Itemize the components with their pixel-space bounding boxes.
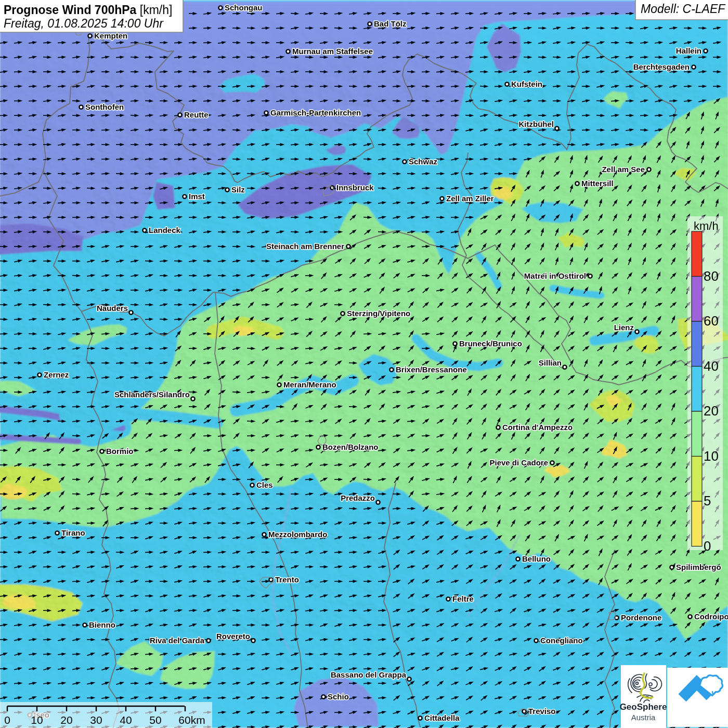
svg-text:Trento: Trento (275, 575, 299, 584)
svg-text:Cittadella: Cittadella (424, 713, 460, 722)
svg-text:Bassano del Grappa: Bassano del Grappa (331, 670, 407, 679)
svg-text:Sterzing/Vipiteno: Sterzing/Vipiteno (347, 309, 410, 318)
svg-text:Rovereto: Rovereto (216, 632, 250, 641)
svg-text:Murnau am Staffelsee: Murnau am Staffelsee (292, 47, 373, 56)
svg-text:Schongau: Schongau (225, 3, 263, 12)
svg-text:Cortina d'Ampezzo: Cortina d'Ampezzo (502, 423, 573, 432)
svg-text:Sillian: Sillian (539, 358, 562, 367)
svg-text:Prognose Wind 700hPa [km/h]: Prognose Wind 700hPa [km/h] (4, 3, 172, 17)
svg-text:Imst: Imst (189, 192, 205, 201)
svg-text:5: 5 (704, 493, 711, 509)
svg-text:Innsbruck: Innsbruck (336, 183, 374, 192)
svg-text:Kufstein: Kufstein (511, 80, 542, 88)
svg-text:Silz: Silz (231, 185, 245, 194)
svg-text:Bruneck/Brunico: Bruneck/Brunico (459, 339, 522, 348)
svg-text:Garmisch-Partenkirchen: Garmisch-Partenkirchen (270, 108, 361, 117)
svg-text:40: 40 (120, 714, 132, 726)
svg-text:Sonthofen: Sonthofen (85, 102, 124, 111)
svg-text:Schwaz: Schwaz (409, 157, 437, 166)
svg-text:0: 0 (4, 714, 10, 726)
svg-text:Reutte: Reutte (184, 110, 209, 119)
svg-text:10: 10 (704, 448, 719, 464)
svg-text:Feltre: Feltre (452, 594, 474, 603)
svg-text:40: 40 (704, 358, 719, 374)
svg-text:20: 20 (704, 403, 719, 419)
svg-text:Brixen/Bressanone: Brixen/Bressanone (396, 365, 467, 374)
svg-text:Cles: Cles (256, 480, 273, 489)
svg-text:Matrei in Osttirol: Matrei in Osttirol (524, 271, 586, 280)
svg-text:Freitag, 01.08.2025 14:00 Uhr: Freitag, 01.08.2025 14:00 Uhr (4, 17, 164, 30)
svg-text:GeoSphere: GeoSphere (620, 702, 667, 712)
svg-text:Bienno: Bienno (89, 620, 115, 629)
svg-text:Zell am See: Zell am See (602, 165, 645, 174)
svg-text:km/h: km/h (694, 219, 719, 232)
svg-text:0: 0 (704, 538, 711, 554)
svg-text:Schio: Schio (328, 692, 349, 701)
svg-text:30: 30 (90, 714, 102, 726)
svg-text:Belluno: Belluno (522, 554, 551, 563)
svg-text:Pordenone: Pordenone (621, 613, 661, 622)
svg-text:Austria: Austria (631, 713, 656, 722)
svg-text:Kitzbühel: Kitzbühel (519, 120, 554, 128)
svg-text:Mittersill: Mittersill (581, 179, 614, 188)
svg-text:60km: 60km (178, 714, 205, 726)
svg-text:Pieve di Cadore: Pieve di Cadore (489, 458, 548, 467)
svg-text:Schlanders/Silandro: Schlanders/Silandro (114, 390, 190, 399)
svg-text:Modell: C-LAEF: Modell: C-LAEF (641, 2, 726, 16)
svg-text:Lienz: Lienz (614, 323, 634, 332)
svg-text:Tirano: Tirano (61, 528, 85, 537)
svg-text:60: 60 (704, 313, 719, 329)
svg-text:Landeck: Landeck (149, 226, 181, 235)
svg-text:Bozen/Bolzano: Bozen/Bolzano (322, 443, 379, 451)
svg-text:Meran/Merano: Meran/Merano (283, 380, 336, 389)
svg-text:Predazzo: Predazzo (341, 493, 375, 502)
svg-text:20: 20 (60, 714, 72, 726)
svg-text:Mezzolombardo: Mezzolombardo (268, 530, 327, 539)
svg-text:Bad Tölz: Bad Tölz (374, 19, 407, 28)
svg-text:Bormio: Bormio (106, 447, 134, 456)
svg-text:Berchtesgaden: Berchtesgaden (633, 62, 690, 71)
svg-text:Zell am Ziller: Zell am Ziller (446, 194, 494, 203)
svg-text:80: 80 (704, 268, 719, 284)
svg-text:Spilimbergo: Spilimbergo (676, 563, 721, 571)
svg-text:Codroipo: Codroipo (694, 612, 728, 621)
svg-text:Hallein: Hallein (676, 46, 701, 55)
svg-text:10: 10 (31, 714, 43, 726)
svg-text:Riva del Garda: Riva del Garda (150, 636, 205, 645)
svg-text:Zernez: Zernez (44, 370, 69, 379)
svg-text:Treviso: Treviso (528, 707, 556, 716)
svg-text:Conegliano: Conegliano (540, 636, 583, 645)
svg-text:Nauders: Nauders (97, 304, 128, 313)
svg-text:Steinach am Brenner: Steinach am Brenner (266, 242, 344, 251)
svg-text:50: 50 (149, 714, 161, 726)
